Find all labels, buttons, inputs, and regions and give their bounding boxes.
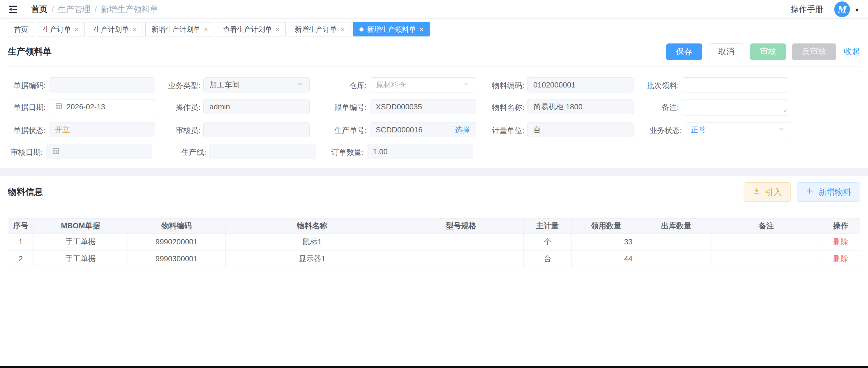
tab-home[interactable]: 首页 xyxy=(8,22,34,36)
delete-row-link[interactable]: 删除 xyxy=(833,254,848,263)
audit-button: 审核 xyxy=(750,44,786,60)
calendar-icon xyxy=(52,147,60,157)
sidebar-toggle-icon[interactable] xyxy=(8,4,18,15)
tab-5[interactable]: 新增生产订单× xyxy=(289,22,350,36)
table-header-cell: 型号规格 xyxy=(399,219,523,233)
import-button[interactable]: 引入 xyxy=(744,182,791,202)
tab-label: 新增生产订单 xyxy=(295,25,337,34)
tab-2[interactable]: 生产计划单× xyxy=(88,22,143,36)
table-cell: 1 xyxy=(8,233,33,250)
production-order-no-choose-link[interactable]: 选择 xyxy=(455,125,470,135)
collapse-link[interactable]: 收起 xyxy=(844,46,860,57)
material-code-label: 物料编码: xyxy=(487,77,524,91)
add-material-button[interactable]: 新增物料 xyxy=(797,182,860,202)
tab-close-icon[interactable]: × xyxy=(276,26,280,33)
field-order-qty: 订单数量:1.00 xyxy=(326,144,476,159)
tab-3[interactable]: 新增生产计划单× xyxy=(145,22,214,36)
table-cell: 台 xyxy=(523,250,571,267)
save-button[interactable]: 保存 xyxy=(666,44,702,60)
page-title: 生产领料单 xyxy=(8,46,52,58)
audit-date-label: 审核日期: xyxy=(8,144,43,158)
plus-icon xyxy=(806,187,814,197)
tab-6[interactable]: 新增生产领料单× xyxy=(353,22,430,36)
breadcrumb-production-management[interactable]: 生产管理 xyxy=(58,4,91,15)
resize-handle-icon[interactable] xyxy=(783,105,787,114)
tab-label: 生产订单 xyxy=(43,25,71,34)
field-material-name: 物料名称:简易机柜 1800 xyxy=(487,99,633,115)
table-header-cell: 序号 xyxy=(8,219,33,233)
tab-close-icon[interactable]: × xyxy=(74,26,79,33)
order-qty-label: 订单数量: xyxy=(326,144,364,158)
table-cell: 个 xyxy=(523,233,571,250)
chevron-down-icon xyxy=(297,81,304,89)
breadcrumb-home[interactable]: 首页 xyxy=(31,4,48,15)
tags-view-bar: 首页生产订单×生产计划单×新增生产计划单×查看生产计划单×新增生产订单×新增生产… xyxy=(0,19,868,37)
table-cell xyxy=(641,250,712,267)
tab-close-icon[interactable]: × xyxy=(420,26,424,33)
manual-link[interactable]: 操作手册 xyxy=(790,4,823,15)
materials-card: 物料信息 引入 新增物料 xyxy=(0,176,868,367)
remark-label: 备注: xyxy=(644,99,679,113)
business-status-select[interactable]: 正常 xyxy=(685,122,791,137)
cancel-button[interactable]: 取消 xyxy=(708,44,744,60)
table-header-cell: 操作 xyxy=(821,219,860,233)
table-header-cell: 物料名称 xyxy=(225,219,399,233)
chevron-down-icon xyxy=(778,125,785,135)
table-cell: 9990200001 xyxy=(128,233,225,250)
operator-value: admin xyxy=(210,102,304,111)
tab-label: 生产计划单 xyxy=(94,25,129,34)
delete-row-link[interactable]: 删除 xyxy=(833,237,848,246)
production-line-label: 生产线: xyxy=(165,144,206,158)
audit-date-date-picker xyxy=(46,144,152,159)
doc-code-label: 单据编码: xyxy=(8,77,46,91)
doc-date-date-picker[interactable]: 2026-02-13 xyxy=(49,99,155,114)
remark-textarea[interactable] xyxy=(682,99,788,115)
business-status-label: 业务状态: xyxy=(644,122,682,136)
tab-close-icon[interactable]: × xyxy=(204,26,208,33)
tab-close-icon[interactable]: × xyxy=(132,26,136,33)
production-order-no-value: SCDD000016 xyxy=(376,125,452,135)
production-order-no-label: 生产单号: xyxy=(326,122,367,136)
field-material-code: 物料编码:0102000001 xyxy=(487,77,633,92)
table-cell: 44 xyxy=(571,250,641,267)
top-header: 首页 / 生产管理 / 新增生产领料单 操作手册 M ▼ xyxy=(0,0,868,19)
chevron-down-icon xyxy=(463,81,470,89)
tab-label: 新增生产领料单 xyxy=(367,25,416,34)
field-remark: 备注: xyxy=(644,99,791,115)
field-operator: 操作员:admin xyxy=(165,99,315,115)
field-batch-request: 批次领料: xyxy=(644,77,791,92)
table-header-cell: 主计量 xyxy=(523,219,571,233)
field-doc-code: 单据编码: xyxy=(8,77,155,92)
table-cell: 显示器1 xyxy=(225,250,399,267)
table-row: 1手工单据9990200001鼠标1个33删除 xyxy=(8,233,860,250)
batch-request-label: 批次领料: xyxy=(644,77,679,91)
table-cell: 手工单据 xyxy=(33,233,128,250)
material-code-value: 0102000001 xyxy=(533,81,627,89)
field-auditor: 审核员: xyxy=(165,122,315,137)
batch-request-input[interactable] xyxy=(682,77,788,92)
user-menu-caret-icon[interactable]: ▼ xyxy=(855,8,859,13)
table-row: 2手工单据9990300001显示器1台44删除 xyxy=(8,250,860,267)
business-type-value: 加工车间 xyxy=(210,80,294,90)
requisition-form-card: 生产领料单 保存 取消 审核 反审核 收起 单据编码:业务类型:加工车间仓库:原… xyxy=(0,37,868,168)
tab-4[interactable]: 查看生产计划单× xyxy=(217,22,286,36)
tab-close-icon[interactable]: × xyxy=(340,26,344,33)
field-doc-status: 单据状态:开立 xyxy=(8,122,155,137)
field-production-line: 生产线: xyxy=(165,144,315,159)
warehouse-select[interactable]: 原材料仓 xyxy=(370,77,476,92)
calendar-icon xyxy=(55,102,63,112)
field-warehouse: 仓库:原材料仓 xyxy=(326,77,476,92)
business-type-select: 加工车间 xyxy=(203,77,310,92)
table-cell: 手工单据 xyxy=(33,250,128,267)
tracking-no-value: XSDD000035 xyxy=(376,102,470,111)
field-business-type: 业务类型:加工车间 xyxy=(165,77,315,92)
table-header-cell: 出库数量 xyxy=(641,219,712,233)
field-tracking-no: 跟单编号:XSDD000035 xyxy=(326,99,476,115)
table-cell: 33 xyxy=(571,233,641,250)
doc-date-label: 单据日期: xyxy=(8,99,46,113)
auditor-label: 审核员: xyxy=(165,122,200,136)
tab-1[interactable]: 生产订单× xyxy=(37,22,85,36)
auditor-input xyxy=(203,122,310,137)
table-header-cell: 备注 xyxy=(712,219,821,233)
avatar[interactable]: M xyxy=(834,1,850,17)
